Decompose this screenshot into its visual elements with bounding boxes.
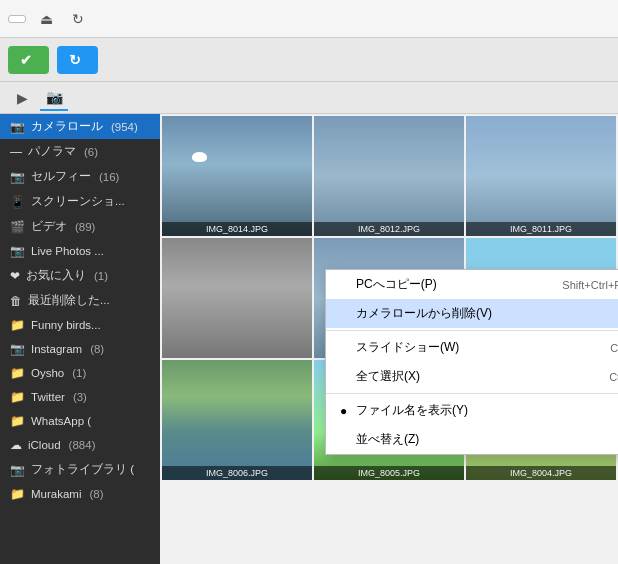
sidebar-item-favorites[interactable]: ❤ お気に入り (1) [0, 263, 160, 288]
photo-cell-0[interactable]: IMG_8014.JPG [162, 116, 312, 236]
sidebar-icon-whatsapp: 📁 [10, 414, 25, 428]
menu-label-select-all: 全て選択(X) [340, 368, 420, 385]
photo-cell-1[interactable]: IMG_8012.JPG [314, 116, 464, 236]
top-bar: ⏏ ↻ [0, 0, 618, 38]
photo-cell-6[interactable]: IMG_8006.JPG [162, 360, 312, 480]
sidebar-icon-video: 🎬 [10, 220, 25, 234]
context-menu: PCへコピー(P) Shift+Ctrl+Right カメラロールから削除(V)… [325, 269, 618, 455]
full-backup-button[interactable]: ↻ [57, 46, 98, 74]
photo-cell-2[interactable]: IMG_8011.JPG [466, 116, 616, 236]
sidebar-item-oysho[interactable]: 📁 Oysho (1) [0, 361, 160, 385]
action-bar: ✔ ↻ [0, 38, 618, 82]
menu-item-slideshow[interactable]: スライドショー(W) Ctrl+L [326, 333, 618, 362]
menu-label-slideshow: スライドショー(W) [340, 339, 459, 356]
menu-label-delete-from-camera: カメラロールから削除(V) [340, 305, 492, 322]
sidebar-label-favorites: お気に入り [26, 268, 86, 283]
menu-shortcut-select-all: Ctrl+A [609, 371, 618, 383]
sidebar-item-twitter[interactable]: 📁 Twitter (3) [0, 385, 160, 409]
sidebar-label-recently-deleted: 最近削除した... [28, 293, 110, 308]
sidebar-item-selfie[interactable]: 📷 セルフィー (16) [0, 164, 160, 189]
sidebar-count-instagram: (8) [90, 343, 104, 355]
sidebar-icon-screenshot: 📱 [10, 195, 25, 209]
sidebar-icon-camera-roll: 📷 [10, 120, 25, 134]
sidebar-item-panorama[interactable]: — パノラマ (6) [0, 139, 160, 164]
sidebar-icon-oysho: 📁 [10, 366, 25, 380]
sidebar-item-camera-roll[interactable]: 📷 カメラロール (954) [0, 114, 160, 139]
sidebar-icon-instagram: 📷 [10, 342, 25, 356]
photo-filename-2: IMG_8011.JPG [466, 222, 616, 236]
sidebar: 📷 カメラロール (954) — パノラマ (6) 📷 セルフィー (16) 📱… [0, 114, 160, 564]
menu-item-show-filename[interactable]: ● ファイル名を表示(Y) F4 [326, 396, 618, 425]
camera-icon: 📷 [46, 89, 63, 105]
photo-filename-7: IMG_8005.JPG [314, 466, 464, 480]
sidebar-label-camera-roll: カメラロール [31, 119, 103, 134]
menu-item-delete-from-camera[interactable]: カメラロールから削除(V) Del [326, 299, 618, 328]
refresh-icon: ↻ [72, 11, 84, 27]
sidebar-label-selfie: セルフィー [31, 169, 91, 184]
sidebar-item-video[interactable]: 🎬 ビデオ (89) [0, 214, 160, 239]
sidebar-icon-twitter: 📁 [10, 390, 25, 404]
sidebar-icon-murakami: 📁 [10, 487, 25, 501]
sidebar-icon-icloud: ☁ [10, 438, 22, 452]
menu-item-copy-to-pc[interactable]: PCへコピー(P) Shift+Ctrl+Right [326, 270, 618, 299]
sidebar-icon-recently-deleted: 🗑 [10, 294, 22, 308]
sidebar-label-panorama: パノラマ [28, 144, 76, 159]
tab-video[interactable]: ▶ [8, 85, 36, 111]
menu-separator-4 [326, 393, 618, 394]
menu-item-select-all[interactable]: 全て選択(X) Ctrl+A [326, 362, 618, 391]
sidebar-label-photo-library: フォトライブラリ ( [31, 462, 134, 477]
menu-label-sort: 並べ替え(Z) [340, 431, 419, 448]
sidebar-label-icloud: iCloud [28, 439, 61, 451]
sidebar-label-whatsapp: WhatsApp ( [31, 415, 91, 427]
sidebar-label-instagram: Instagram [31, 343, 82, 355]
sidebar-item-screenshot[interactable]: 📱 スクリーンショ... [0, 189, 160, 214]
menu-label-show-filename: ● ファイル名を表示(Y) [340, 402, 468, 419]
sidebar-label-funny-birds: Funny birds... [31, 319, 101, 331]
menu-separator-2 [326, 330, 618, 331]
sidebar-item-live-photos[interactable]: 📷 Live Photos ... [0, 239, 160, 263]
sidebar-icon-live-photos: 📷 [10, 244, 25, 258]
sidebar-icon-photo-library: 📷 [10, 463, 25, 477]
tab-bar: ▶ 📷 [0, 82, 618, 114]
sidebar-count-camera-roll: (954) [111, 121, 138, 133]
menu-shortcut-slideshow: Ctrl+L [610, 342, 618, 354]
sidebar-label-screenshot: スクリーンショ... [31, 194, 125, 209]
menu-bullet-show-filename: ● [340, 404, 352, 418]
sidebar-count-video: (89) [75, 221, 95, 233]
sidebar-count-murakami: (8) [89, 488, 103, 500]
sidebar-item-funny-birds[interactable]: 📁 Funny birds... [0, 313, 160, 337]
sidebar-item-photo-library[interactable]: 📷 フォトライブラリ ( [0, 457, 160, 482]
sidebar-item-recently-deleted[interactable]: 🗑 最近削除した... [0, 288, 160, 313]
menu-item-sort[interactable]: 並べ替え(Z) › [326, 425, 618, 454]
tab-photos[interactable]: 📷 [40, 85, 68, 111]
backup-icon: ↻ [69, 52, 81, 68]
menu-label-copy-to-pc: PCへコピー(P) [340, 276, 437, 293]
sidebar-icon-favorites: ❤ [10, 269, 20, 283]
photo-filename-8: IMG_8004.JPG [466, 466, 616, 480]
sidebar-count-icloud: (884) [69, 439, 96, 451]
content-area: IMG_8014.JPGIMG_8012.JPGIMG_8011.JPGIMG_… [160, 114, 618, 564]
sidebar-icon-funny-birds: 📁 [10, 318, 25, 332]
sidebar-item-whatsapp[interactable]: 📁 WhatsApp ( [0, 409, 160, 433]
sidebar-item-murakami[interactable]: 📁 Murakami (8) [0, 482, 160, 506]
sidebar-icon-selfie: 📷 [10, 170, 25, 184]
sidebar-count-oysho: (1) [72, 367, 86, 379]
sidebar-item-icloud[interactable]: ☁ iCloud (884) [0, 433, 160, 457]
photo-filename-1: IMG_8012.JPG [314, 222, 464, 236]
sidebar-label-live-photos: Live Photos ... [31, 245, 104, 257]
sidebar-item-instagram[interactable]: 📷 Instagram (8) [0, 337, 160, 361]
photo-filename-6: IMG_8006.JPG [162, 466, 312, 480]
eject-button[interactable]: ⏏ [34, 7, 58, 31]
eject-icon: ⏏ [40, 11, 53, 27]
photo-cell-3[interactable] [162, 238, 312, 358]
sidebar-count-selfie: (16) [99, 171, 119, 183]
sidebar-label-oysho: Oysho [31, 367, 64, 379]
device-selector[interactable] [8, 15, 26, 23]
apply-changes-button[interactable]: ✔ [8, 46, 49, 74]
photo-filename-0: IMG_8014.JPG [162, 222, 312, 236]
refresh-button[interactable]: ↻ [66, 7, 90, 31]
main-layout: 📷 カメラロール (954) — パノラマ (6) 📷 セルフィー (16) 📱… [0, 114, 618, 564]
play-icon: ▶ [17, 90, 28, 106]
sidebar-label-murakami: Murakami [31, 488, 81, 500]
sidebar-label-twitter: Twitter [31, 391, 65, 403]
